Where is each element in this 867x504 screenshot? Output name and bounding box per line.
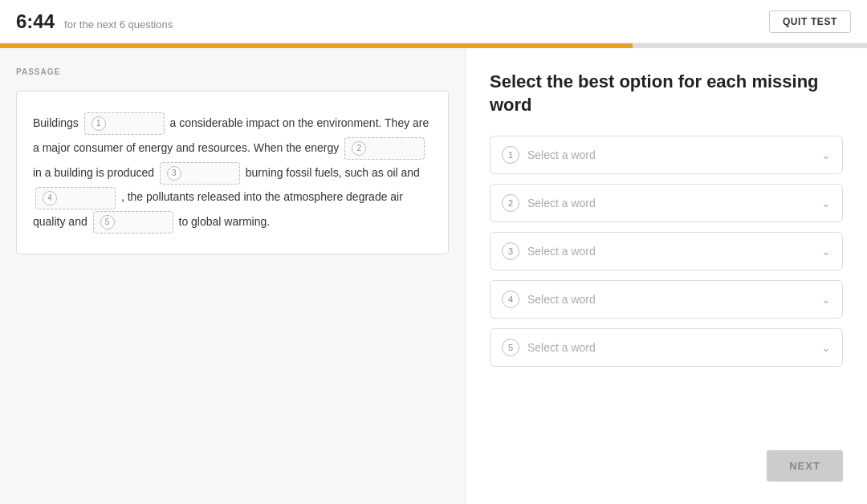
- dropdown-3[interactable]: 3 Select a word ⌄: [490, 232, 843, 270]
- passage-text: Buildings 1 a considerable impact on the…: [33, 111, 432, 234]
- blank-3: 3: [160, 162, 240, 185]
- blank-1: 1: [84, 112, 165, 135]
- timer-display: 6:44: [16, 10, 55, 33]
- header-left: 6:44 for the next 6 questions: [16, 10, 173, 33]
- timer-label: for the next 6 questions: [64, 18, 173, 30]
- blank-number-2: 2: [352, 141, 366, 156]
- passage-text-1: Buildings: [33, 116, 82, 129]
- dropdown-2-placeholder: Select a word: [527, 197, 596, 209]
- main-content: PASSAGE Buildings 1 a considerable impac…: [0, 48, 867, 504]
- dropdown-3-left: 3 Select a word: [502, 242, 596, 260]
- blank-4: 4: [35, 187, 116, 209]
- dropdown-5-chevron-icon: ⌄: [821, 341, 831, 354]
- dropdown-2-number: 2: [502, 194, 519, 212]
- quit-test-button[interactable]: QUIT TEST: [769, 10, 851, 33]
- blank-number-4: 4: [43, 191, 57, 205]
- dropdown-1-chevron-icon: ⌄: [821, 148, 831, 161]
- dropdown-4-chevron-icon: ⌄: [821, 293, 831, 306]
- dropdown-4[interactable]: 4 Select a word ⌄: [490, 280, 843, 319]
- header: 6:44 for the next 6 questions QUIT TEST: [0, 0, 867, 43]
- dropdown-4-placeholder: Select a word: [527, 293, 596, 306]
- dropdowns-container: 1 Select a word ⌄ 2 Select a word ⌄ 3 Se…: [490, 136, 843, 434]
- passage-content: Buildings 1 a considerable impact on the…: [16, 91, 449, 254]
- dropdown-5[interactable]: 5 Select a word ⌄: [490, 328, 843, 367]
- dropdown-5-placeholder: Select a word: [527, 341, 596, 354]
- blank-number-1: 1: [92, 116, 106, 131]
- dropdown-3-chevron-icon: ⌄: [821, 245, 831, 258]
- dropdown-2-chevron-icon: ⌄: [821, 197, 831, 209]
- passage-text-4: burning fossil fuels, such as oil and: [246, 166, 420, 179]
- passage-label: PASSAGE: [16, 67, 449, 76]
- dropdown-1-left: 1 Select a word: [502, 146, 596, 164]
- right-panel-title: Select the best option for each missing …: [490, 71, 843, 116]
- dropdown-5-number: 5: [502, 339, 519, 356]
- dropdown-2-left: 2 Select a word: [502, 194, 596, 212]
- blank-2: 2: [344, 137, 425, 160]
- passage-text-3: in a building is produced: [33, 166, 157, 179]
- dropdown-3-placeholder: Select a word: [527, 245, 596, 258]
- dropdown-4-left: 4 Select a word: [502, 291, 596, 308]
- blank-number-5: 5: [100, 215, 115, 230]
- passage-text-6: to global warming.: [179, 215, 271, 228]
- passage-panel: PASSAGE Buildings 1 a considerable impac…: [0, 48, 466, 504]
- blank-number-3: 3: [167, 166, 181, 181]
- blank-5: 5: [93, 211, 173, 234]
- dropdown-5-left: 5 Select a word: [502, 339, 596, 356]
- right-panel: Select the best option for each missing …: [466, 48, 867, 504]
- dropdown-1-number: 1: [502, 146, 519, 164]
- dropdown-1-placeholder: Select a word: [527, 148, 596, 161]
- next-button[interactable]: NEXT: [767, 450, 843, 482]
- dropdown-1[interactable]: 1 Select a word ⌄: [490, 136, 843, 174]
- dropdown-3-number: 3: [502, 242, 519, 260]
- next-area: NEXT: [490, 450, 843, 482]
- dropdown-4-number: 4: [502, 291, 519, 308]
- dropdown-2[interactable]: 2 Select a word ⌄: [490, 184, 843, 222]
